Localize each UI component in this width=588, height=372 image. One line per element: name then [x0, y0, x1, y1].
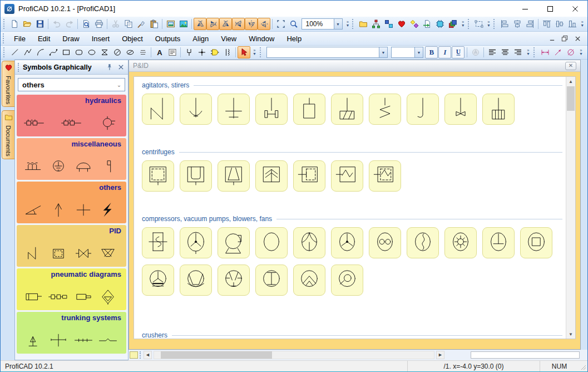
symbol-tile-ag-propeller[interactable]: [444, 94, 477, 125]
side-tab-favourites[interactable]: Favourites: [2, 61, 14, 107]
font-size-combo[interactable]: ▼: [391, 47, 423, 58]
toolbar-overflow-button[interactable]: »▼: [345, 18, 351, 30]
symbol-tile-ag-frame[interactable]: [293, 94, 325, 125]
rounded-rectangle-button[interactable]: [72, 46, 85, 58]
panel-grip[interactable]: [18, 63, 20, 72]
symbol-tile-co-gear[interactable]: [444, 227, 477, 258]
menu-help[interactable]: Help: [280, 32, 308, 45]
toolbar-overflow-button[interactable]: »▼: [525, 46, 532, 58]
menu-window[interactable]: Window: [243, 32, 280, 45]
toolbar-overflow-button[interactable]: »▼: [251, 46, 258, 58]
category-card-pneumatic-diagrams[interactable]: pneumatic diagrams: [17, 268, 126, 310]
toolbar-grip[interactable]: [468, 19, 470, 29]
line-button[interactable]: [8, 46, 21, 58]
scroll-left-icon[interactable]: ◄: [144, 351, 152, 359]
zoom-combo[interactable]: 100% ▼: [302, 18, 342, 30]
rotate-left-button[interactable]: [194, 18, 206, 30]
symbol-tile-ce-cone[interactable]: [218, 160, 250, 192]
group-rect-button[interactable]: [472, 18, 485, 30]
font-combo-arrow-icon[interactable]: ▼: [379, 47, 387, 57]
bold-button[interactable]: B: [425, 46, 438, 58]
side-tab-documents[interactable]: Documents: [2, 110, 14, 159]
symbol-tile-co-radial[interactable]: [293, 227, 325, 258]
symbol-tile-ag-zigzag[interactable]: [142, 94, 174, 125]
menu-align[interactable]: Align: [186, 32, 215, 45]
document-title-bar[interactable]: P&ID ✕: [129, 60, 580, 72]
paste-button[interactable]: [147, 18, 160, 30]
menubar-grip[interactable]: [3, 33, 6, 43]
symbol-tile-co-liquid-ring[interactable]: [218, 227, 250, 258]
menu-outputs[interactable]: Outputs: [149, 32, 187, 45]
scroll-up-icon[interactable]: ▲: [566, 77, 575, 86]
menu-view[interactable]: View: [215, 32, 243, 45]
resize-grip[interactable]: [579, 361, 587, 371]
dim-arrow-button[interactable]: [551, 46, 564, 58]
hatch-lines-button[interactable]: [136, 46, 149, 58]
mirror-horizontal-button[interactable]: [245, 18, 258, 30]
symbol-tile-co-screw[interactable]: [407, 227, 439, 258]
talign-center-button[interactable]: [498, 46, 511, 58]
scheme-network-button[interactable]: [370, 18, 383, 30]
mdi-minimize-button[interactable]: [546, 34, 557, 43]
save-button[interactable]: [33, 18, 46, 30]
maximize-button[interactable]: [537, 1, 562, 17]
symbol-tile-ag-helical[interactable]: [369, 94, 401, 125]
text-block-button[interactable]: [166, 46, 179, 58]
align-right-button[interactable]: [523, 18, 536, 30]
print-button[interactable]: [92, 18, 105, 30]
category-card-others[interactable]: others: [17, 182, 126, 223]
toolbar-overflow-button[interactable]: »▼: [486, 18, 492, 30]
symbol-tile-co2-trap[interactable]: [180, 265, 212, 296]
symbol-tile-ce-dashed[interactable]: [142, 160, 174, 192]
category-card-trunking-systems[interactable]: trunking systems: [17, 312, 126, 354]
ellipse-button[interactable]: [85, 46, 98, 58]
symbols-category-dropdown[interactable]: others ⌄: [18, 78, 125, 91]
zoom-combo-arrow-icon[interactable]: ▼: [334, 19, 342, 29]
format-painter-button[interactable]: [135, 18, 147, 30]
toolbar-overflow-button[interactable]: »▼: [579, 18, 585, 30]
align-bottom-button[interactable]: [566, 18, 579, 30]
menu-edit[interactable]: Edit: [32, 32, 56, 45]
align-top-button[interactable]: [540, 18, 553, 30]
minimize-button[interactable]: [512, 1, 537, 17]
category-card-hydraulics[interactable]: hydraulics: [17, 95, 126, 136]
underline-button[interactable]: U: [452, 46, 465, 58]
mdi-close-button[interactable]: [572, 34, 583, 43]
symbol-tile-co-duct-fan[interactable]: [142, 227, 174, 258]
symbol-tile-ag-hook[interactable]: [407, 94, 439, 125]
arc-button[interactable]: [34, 46, 47, 58]
page-export-button[interactable]: [421, 18, 434, 30]
dim-diameter-button[interactable]: [564, 46, 577, 58]
circle-crossed-button[interactable]: [111, 46, 123, 58]
symbol-tile-co2-prop[interactable]: [142, 265, 174, 296]
text-a-button[interactable]: A: [153, 46, 166, 58]
new-button[interactable]: [8, 18, 21, 30]
junction-cross-button[interactable]: [195, 46, 208, 58]
mirror-left-button[interactable]: [258, 18, 270, 30]
symbol-tile-ag-anchor[interactable]: [180, 94, 212, 125]
symbol-tile-ag-hatched[interactable]: [331, 94, 363, 125]
horizontal-scroll-track[interactable]: [154, 351, 434, 359]
ellipse-crossed-button[interactable]: [123, 46, 136, 58]
hourglass-button[interactable]: [98, 46, 111, 58]
copy-button[interactable]: [122, 18, 135, 30]
menu-insert[interactable]: Insert: [86, 32, 116, 45]
zoom-lens-button[interactable]: [287, 18, 300, 30]
dim-linear-button[interactable]: [538, 46, 551, 58]
symbol-tile-ce-vibrating[interactable]: [331, 160, 363, 192]
toolbar-grip[interactable]: [352, 19, 354, 29]
polyline-button[interactable]: [21, 46, 34, 58]
panel-close-icon[interactable]: [116, 63, 125, 72]
rectangle-button[interactable]: [60, 46, 72, 58]
toolbar-overflow-button[interactable]: »▼: [460, 18, 466, 30]
close-button[interactable]: [562, 1, 587, 17]
symbol-tile-co2-ibeam[interactable]: [255, 265, 288, 296]
symbol-tile-co-fan3[interactable]: [331, 227, 363, 258]
layers-button[interactable]: [447, 18, 459, 30]
rotate-right-button[interactable]: [219, 18, 232, 30]
select-area-button[interactable]: [274, 18, 287, 30]
pin-icon[interactable]: [105, 63, 113, 72]
symbol-tile-co-axial-fan[interactable]: [180, 227, 212, 258]
symbol-tile-co2-chevron[interactable]: [293, 265, 325, 296]
symbol-tile-co2-ring[interactable]: [331, 265, 363, 296]
